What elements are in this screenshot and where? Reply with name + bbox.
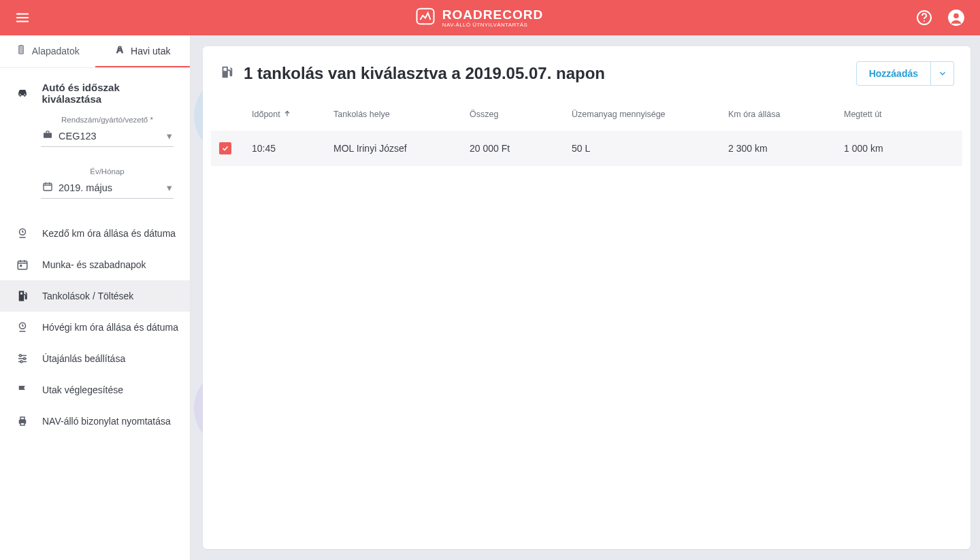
cell-odometer: 2 300 km: [728, 143, 844, 154]
sidebar-item-label: NAV-álló bizonylat nyomtatása: [42, 416, 171, 427]
cell-time: 10:45: [252, 143, 333, 154]
period-select-block: Év/Hónap 2019. május ▾: [0, 167, 190, 205]
sidebar: Alapadatok Havi utak Autó és időszak kiv…: [0, 35, 191, 560]
refueling-table: Időpont Tankolás helye Összeg Üzemanyag …: [211, 98, 962, 166]
col-place[interactable]: Tankolás helye: [333, 110, 470, 119]
collapse-menu-icon[interactable]: [15, 10, 30, 25]
calendar-day-icon: [15, 259, 30, 271]
sidebar-item-label: Útajánlás beállítása: [42, 353, 125, 364]
col-time-label: Időpont: [252, 110, 280, 119]
sidebar-item-workdays[interactable]: Munka- és szabadnapok: [0, 249, 190, 280]
svg-rect-10: [44, 183, 52, 191]
sidebar-item-label: Munka- és szabadnapok: [42, 259, 146, 270]
sidebar-item-label: Kezdő km óra állása és dátuma: [42, 228, 176, 239]
svg-rect-0: [416, 9, 434, 24]
sidebar-item-label: Tankolások / Töltések: [42, 291, 133, 301]
sidebar-item-start-km[interactable]: Kezdő km óra állása és dátuma: [0, 218, 190, 249]
flag-icon: [15, 384, 30, 396]
col-place-label: Tankolás helye: [333, 110, 390, 119]
sidebar-item-route-settings[interactable]: Útajánlás beállítása: [0, 343, 190, 374]
clock-odometer-icon: [15, 321, 30, 333]
calendar-icon: [42, 181, 53, 194]
car-icon: [15, 86, 30, 100]
sidebar-section-title-row: Autó és időszak kiválasztása: [0, 68, 190, 116]
fuel-pump-icon: [219, 65, 234, 82]
sidebar-item-refueling[interactable]: Tankolások / Töltések: [0, 280, 190, 312]
period-select[interactable]: 2019. május ▾: [41, 178, 174, 199]
add-button[interactable]: Hozzáadás: [856, 61, 931, 86]
printer-icon: [15, 415, 30, 427]
svg-rect-12: [18, 261, 27, 269]
svg-rect-6: [20, 45, 22, 46]
svg-point-7: [20, 94, 21, 95]
main-area: 1 tankolás van kiválasztva a 2019.05.07.…: [191, 35, 980, 560]
chevron-down-icon: ▾: [167, 131, 172, 142]
col-fuel-label: Üzemanyag mennyisége: [572, 110, 666, 119]
svg-point-2: [924, 20, 925, 22]
clipboard-icon: [16, 44, 27, 57]
account-icon[interactable]: [947, 9, 965, 27]
cell-place: MOL Irinyi József: [333, 143, 470, 154]
col-time[interactable]: Időpont: [252, 110, 333, 120]
svg-rect-24: [223, 68, 227, 71]
table-row[interactable]: 10:45 MOL Irinyi József 20 000 Ft 50 L 2…: [211, 131, 962, 166]
svg-point-18: [24, 358, 26, 360]
tab-alapadatok-label: Alapadatok: [32, 46, 80, 56]
briefcase-icon: [42, 129, 53, 142]
col-fuel[interactable]: Üzemanyag mennyisége: [572, 110, 728, 119]
brand-logo-icon: [415, 6, 436, 29]
plate-label: Rendszám/gyártó/vezető *: [41, 116, 174, 124]
tab-alapadatok[interactable]: Alapadatok: [0, 35, 95, 67]
col-distance[interactable]: Megtett út: [844, 110, 954, 119]
table-header: Időpont Tankolás helye Összeg Üzemanyag …: [211, 98, 962, 131]
page-title: 1 tankolás van kiválasztva a 2019.05.07.…: [244, 64, 605, 83]
sliders-icon: [15, 352, 30, 365]
cell-distance: 1 000 km: [844, 143, 954, 154]
plate-select-block: Rendszám/gyártó/vezető * CEG123 ▾: [0, 116, 190, 154]
svg-point-19: [20, 361, 22, 363]
svg-point-17: [20, 355, 22, 357]
sidebar-item-finalize[interactable]: Utak véglegesítése: [0, 374, 190, 406]
col-amount[interactable]: Összeg: [470, 110, 572, 119]
row-checkbox[interactable]: [219, 142, 231, 154]
sidebar-item-end-km[interactable]: Hóvégi km óra állása és dátuma: [0, 312, 190, 343]
svg-rect-22: [20, 423, 24, 425]
tab-havi-utak[interactable]: Havi utak: [95, 35, 191, 67]
tab-havi-utak-label: Havi utak: [131, 46, 170, 56]
sidebar-section-title: Autó és időszak kiválasztása: [42, 82, 179, 105]
fuel-pump-icon: [15, 290, 30, 302]
sidebar-tabs: Alapadatok Havi utak: [0, 35, 190, 68]
period-label: Év/Hónap: [41, 167, 174, 176]
svg-rect-15: [20, 293, 22, 295]
chevron-down-icon: ▾: [167, 182, 172, 193]
sidebar-item-print[interactable]: NAV-álló bizonylat nyomtatása: [0, 406, 190, 437]
help-icon[interactable]: [916, 10, 932, 26]
period-value: 2019. május: [59, 182, 161, 193]
content-card: 1 tankolás van kiválasztva a 2019.05.07.…: [203, 46, 970, 549]
svg-point-4: [953, 14, 959, 19]
sidebar-item-label: Utak véglegesítése: [42, 384, 123, 395]
sidebar-item-label: Hóvégi km óra állása és dátuma: [42, 322, 178, 333]
add-button-dropdown[interactable]: [931, 61, 954, 86]
road-icon: [114, 44, 125, 57]
col-distance-label: Megtett út: [844, 110, 882, 119]
cell-fuel: 50 L: [572, 143, 728, 154]
col-odometer-label: Km óra állása: [728, 110, 780, 119]
brand-name: ROADRECORD: [442, 8, 543, 21]
brand-tagline: NAV-ÁLLÓ ÚTNYILVÁNTARTÁS: [442, 22, 543, 28]
plate-value: CEG123: [59, 131, 161, 142]
app-header: ROADRECORD NAV-ÁLLÓ ÚTNYILVÁNTARTÁS: [0, 0, 980, 35]
svg-rect-9: [44, 133, 52, 137]
add-button-group: Hozzáadás: [856, 61, 954, 86]
col-odometer[interactable]: Km óra állása: [728, 110, 844, 119]
cell-amount: 20 000 Ft: [470, 143, 572, 154]
plate-select[interactable]: CEG123 ▾: [41, 127, 174, 147]
card-header: 1 tankolás van kiválasztva a 2019.05.07.…: [211, 61, 962, 98]
svg-point-8: [24, 94, 25, 95]
sort-asc-icon: [283, 110, 291, 120]
clock-odometer-icon: [15, 227, 30, 240]
col-amount-label: Összeg: [470, 110, 498, 119]
brand-text: ROADRECORD NAV-ÁLLÓ ÚTNYILVÁNTARTÁS: [442, 8, 543, 28]
svg-rect-21: [20, 417, 24, 420]
svg-rect-13: [20, 265, 22, 267]
